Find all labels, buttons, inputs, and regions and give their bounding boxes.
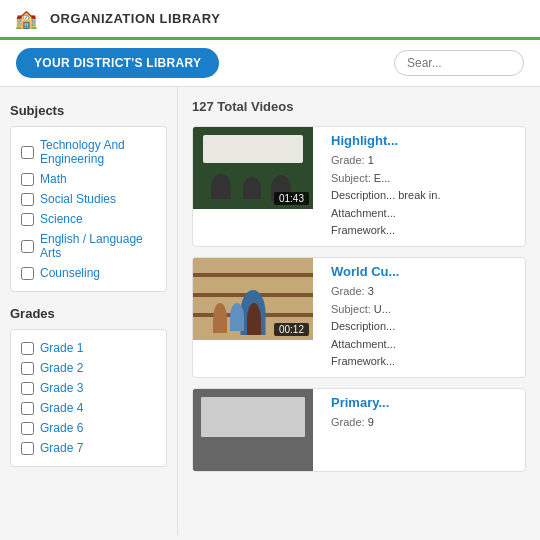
attachment-1: Attachment... [331,207,396,219]
video-meta-1: Grade: 1 Subject: E... Description... br… [331,152,517,240]
child-3 [247,303,261,335]
checkbox-grade4[interactable] [21,402,34,415]
subject-value-2: U... [374,303,391,315]
filter-grade2-label: Grade 2 [40,361,83,375]
person-2 [243,177,261,199]
filter-grade7[interactable]: Grade 7 [21,438,156,458]
subject-label-2: Subject: [331,303,374,315]
projection-scene [193,389,313,471]
video-thumb-2: 00:12 [193,258,313,340]
total-videos-label: 127 Total Videos [192,99,526,114]
thumb-inner-3 [193,389,313,471]
filter-english-label: English / Language Arts [40,232,156,260]
filter-counseling[interactable]: Counseling [21,263,156,283]
projection-screen [201,397,305,437]
filter-tech[interactable]: Technology And Engineering [21,135,156,169]
framework-1: Framework... [331,224,395,236]
video-info-2: World Cu... Grade: 3 Subject: U... Descr… [323,258,525,377]
filter-social-label: Social Studies [40,192,116,206]
checkbox-grade2[interactable] [21,362,34,375]
subjects-filter-box: Technology And Engineering Math Social S… [10,126,167,292]
video-duration-1: 01:43 [274,192,309,205]
filter-grade4[interactable]: Grade 4 [21,398,156,418]
main-layout: Subjects Technology And Engineering Math… [0,87,540,535]
children-group [213,303,261,335]
video-title-3: Primary... [331,395,517,410]
app-title: ORGANIZATION LIBRARY [50,11,220,26]
filter-grade7-label: Grade 7 [40,441,83,455]
video-thumb-1: 01:43 [193,127,313,209]
top-bar: 🏫 ORGANIZATION LIBRARY [0,0,540,40]
logo-icon: 🏫 [12,5,40,33]
sub-header: YOUR DISTRICT'S LIBRARY [0,40,540,87]
filter-grade3[interactable]: Grade 3 [21,378,156,398]
filter-grade4-label: Grade 4 [40,401,83,415]
person-1 [211,174,231,199]
subject-label-1: Subject: [331,172,374,184]
filter-counseling-label: Counseling [40,266,100,280]
grade-value-3: 9 [368,416,374,428]
filter-grade6[interactable]: Grade 6 [21,418,156,438]
filter-grade2[interactable]: Grade 2 [21,358,156,378]
video-thumb-3 [193,389,313,471]
filter-grade3-label: Grade 3 [40,381,83,395]
filter-grade1[interactable]: Grade 1 [21,338,156,358]
filter-science-label: Science [40,212,83,226]
video-card-3[interactable]: Primary... Grade: 9 [192,388,526,472]
shelf-1 [193,273,313,277]
checkbox-tech[interactable] [21,146,34,159]
subject-value-1: E... [374,172,391,184]
video-meta-3: Grade: 9 [331,414,517,432]
filter-english[interactable]: English / Language Arts [21,229,156,263]
content-area: 127 Total Videos 01:43 Highlight... Grad… [178,87,540,535]
checkbox-grade7[interactable] [21,442,34,455]
attachment-2: Attachment... [331,338,396,350]
subjects-title: Subjects [10,103,167,118]
checkbox-grade1[interactable] [21,342,34,355]
checkbox-english[interactable] [21,240,34,253]
checkbox-grade3[interactable] [21,382,34,395]
video-title-1: Highlight... [331,133,517,148]
child-2 [230,303,244,331]
description-2: Description... [331,320,395,332]
checkbox-grade6[interactable] [21,422,34,435]
video-meta-2: Grade: 3 Subject: U... Description... At… [331,283,517,371]
checkbox-social[interactable] [21,193,34,206]
checkbox-math[interactable] [21,173,34,186]
grade-label-1: Grade: [331,154,368,166]
sidebar: Subjects Technology And Engineering Math… [0,87,178,535]
filter-tech-label: Technology And Engineering [40,138,156,166]
description-1: Description... break in. [331,189,440,201]
grade-label-3: Grade: [331,416,368,428]
video-duration-2: 00:12 [274,323,309,336]
filter-grade6-label: Grade 6 [40,421,83,435]
grade-label-2: Grade: [331,285,368,297]
video-info-3: Primary... Grade: 9 [323,389,525,471]
video-card-2[interactable]: 00:12 World Cu... Grade: 3 Subject: U...… [192,257,526,378]
checkbox-counseling[interactable] [21,267,34,280]
grade-value-2: 3 [368,285,374,297]
filter-science[interactable]: Science [21,209,156,229]
video-info-1: Highlight... Grade: 1 Subject: E... Desc… [323,127,525,246]
search-input[interactable] [394,50,524,76]
filter-math[interactable]: Math [21,169,156,189]
grades-title: Grades [10,306,167,321]
video-title-2: World Cu... [331,264,517,279]
whiteboard [203,135,303,163]
checkbox-science[interactable] [21,213,34,226]
filter-social[interactable]: Social Studies [21,189,156,209]
framework-2: Framework... [331,355,395,367]
grades-filter-box: Grade 1 Grade 2 Grade 3 Grade 4 Grade 6 … [10,329,167,467]
child-1 [213,303,227,333]
filter-grade1-label: Grade 1 [40,341,83,355]
video-card-1[interactable]: 01:43 Highlight... Grade: 1 Subject: E..… [192,126,526,247]
grade-value-1: 1 [368,154,374,166]
library-button[interactable]: YOUR DISTRICT'S LIBRARY [16,48,219,78]
filter-math-label: Math [40,172,67,186]
